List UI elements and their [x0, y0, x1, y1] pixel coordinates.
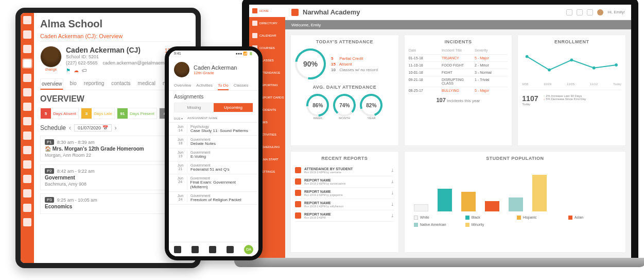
- enrollment-count: 1107: [522, 94, 538, 103]
- incident-row[interactable]: 09-21-18DISRUPTING CLASS1 - Trivial: [409, 76, 508, 87]
- stat-row: 15 Absent: [331, 62, 378, 67]
- report-row[interactable]: ATTENDANCE BY STUDENTRun 10/19 2:42PM by…: [295, 165, 394, 176]
- svg-point-3: [593, 67, 596, 70]
- nav-icon[interactable]: [23, 74, 31, 82]
- phone-device: 9:41●●● 📶 🔋 Caden Ackerman 12th Grade Ov…: [165, 46, 263, 260]
- report-icon: [295, 190, 301, 196]
- badge-late: 3Days Late: [81, 108, 115, 119]
- table-header: DUE ▾ ASSIGNMENT NAME: [169, 114, 258, 123]
- student-avatar[interactable]: [174, 62, 189, 77]
- assignment-row[interactable]: Jun14 PsychologyCase Study 11: Sound Pat…: [169, 123, 258, 136]
- assignment-row[interactable]: Jun21 GovernmentFederalist 51 and Q's: [169, 161, 258, 174]
- incidents-total: 107 Incidents this year: [409, 97, 508, 103]
- card-population: STUDENT POPULATION WhiteBlackHispanicAsi…: [404, 151, 626, 253]
- pop-bar: [485, 201, 499, 211]
- nav-icon[interactable]: [23, 204, 31, 212]
- student-avatar[interactable]: [40, 46, 62, 68]
- nav-icon[interactable]: [23, 189, 31, 197]
- tab-reporting[interactable]: reporting: [83, 78, 105, 90]
- pop-bar: [532, 175, 547, 211]
- incident-row[interactable]: 08-25-17BULLYING5 - Major: [409, 87, 508, 94]
- seg-upcoming[interactable]: Upcoming: [214, 103, 253, 112]
- tab-contacts[interactable]: contacts: [110, 78, 131, 90]
- avg-ring: 74%MONTH: [333, 94, 356, 120]
- avg-ring: 82%YEAR: [360, 94, 382, 120]
- nav-calendar[interactable]: CALENDAR: [249, 29, 285, 42]
- report-icon: [295, 167, 301, 173]
- mail-icon[interactable]: [566, 9, 572, 15]
- nav-icon[interactable]: [23, 88, 31, 96]
- cloud-icon[interactable]: ☁: [74, 68, 79, 73]
- nav-icon[interactable]: [23, 175, 31, 183]
- nav-directory[interactable]: DIRECTORY: [249, 17, 285, 29]
- card-title: RECENT REPORTS: [295, 156, 394, 161]
- report-row[interactable]: REPORT NAMERun 10/19 2:42PM by dominicad…: [295, 176, 394, 188]
- logo-icon[interactable]: [291, 9, 299, 16]
- tab-classes[interactable]: Classes: [234, 81, 248, 90]
- report-row[interactable]: REPORT NAMERun 10/19 2:42PM by sallyhans…: [295, 199, 394, 210]
- download-icon[interactable]: ⤓: [391, 213, 394, 218]
- user-avatar[interactable]: [597, 9, 603, 15]
- assignment-row[interactable]: Jun24 GovernmentFreedom of Religion Pack…: [169, 192, 258, 205]
- legend-item: Asian: [568, 216, 610, 220]
- svg-point-1: [548, 69, 551, 72]
- assignment-row[interactable]: Jun19 GovernmentE-Voting: [169, 149, 258, 161]
- schedule-date-picker[interactable]: 01/07/2020 📅: [74, 124, 112, 131]
- nav-icon[interactable]: [23, 131, 31, 140]
- contacts-icon[interactable]: [192, 246, 199, 253]
- welcome-bar: Welcome, Emily: [285, 20, 631, 29]
- svg-point-4: [615, 63, 618, 67]
- report-row[interactable]: REPORT NAMERun 10/19 2:42PM by jorgegarc…: [295, 188, 394, 199]
- nav-icon[interactable]: [23, 117, 31, 125]
- pop-bar: [461, 192, 476, 211]
- download-icon[interactable]: ⤓: [391, 191, 394, 195]
- report-row[interactable]: REPORT NAMERun 10/19 2:42PM ⤓: [295, 210, 394, 222]
- nav-icon[interactable]: [23, 45, 31, 53]
- tab-overview[interactable]: overview: [40, 78, 63, 90]
- card-title: ENROLLMENT: [522, 39, 621, 44]
- incident-row[interactable]: 01-15-18TRUANCY5 - Major: [409, 54, 508, 61]
- stat-row: 5 Partial Credit: [331, 56, 378, 61]
- nav-icon[interactable]: [23, 103, 31, 111]
- nav-icon[interactable]: [23, 146, 31, 154]
- incident-row[interactable]: 11-10-18FOOD FIGHT2 - Minor: [409, 61, 508, 69]
- nav-icon[interactable]: [23, 16, 31, 24]
- download-icon[interactable]: ⤓: [391, 168, 394, 173]
- download-icon[interactable]: ⤓: [391, 202, 394, 207]
- nav-icon[interactable]: [23, 59, 31, 68]
- assignment-row[interactable]: Jun24 GovernmentFinal Exam: Government (…: [169, 174, 258, 192]
- download-icon[interactable]: ⤓: [391, 179, 394, 184]
- table-header: Date Incident Title Severity: [409, 48, 508, 52]
- help-icon[interactable]: [587, 9, 593, 15]
- pop-bar: [414, 204, 428, 211]
- schedule-next-icon[interactable]: ›: [115, 124, 117, 131]
- legend-item: White: [414, 216, 455, 220]
- card-incidents: INCIDENTS Date Incident Title Severity 0…: [404, 35, 513, 146]
- flag-icon[interactable]: ⚑: [66, 68, 71, 73]
- stat-row: 10 Classes w/ no record: [331, 68, 378, 72]
- tab-overview[interactable]: Overview: [174, 81, 191, 90]
- calendar-icon[interactable]: [209, 246, 216, 253]
- phone-status-bar: 9:41●●● 📶 🔋: [169, 51, 258, 58]
- announce-icon[interactable]: [227, 246, 234, 253]
- nav-home[interactable]: HOME: [249, 5, 285, 17]
- profile-badge[interactable]: DA: [244, 245, 253, 254]
- nav-icon[interactable]: [23, 160, 31, 169]
- breadcrumb[interactable]: Caden Ackerman (CJ): Overview: [40, 33, 190, 42]
- home-icon[interactable]: [174, 246, 181, 253]
- tab-activities[interactable]: Activities: [196, 81, 213, 90]
- schedule-prev-icon[interactable]: ‹: [69, 124, 71, 131]
- incident-row[interactable]: 10-01-18FIGHT3 - Normal: [409, 69, 508, 76]
- change-photo-link[interactable]: change: [40, 68, 62, 71]
- tag-icon[interactable]: 🏷: [82, 68, 87, 73]
- nav-expand-icon[interactable]: [23, 218, 31, 226]
- assignment-row[interactable]: Jun18 GovernmentDebate Notes: [169, 136, 258, 149]
- chart-legend: WhiteBlackHispanicAsianNative AmericanMi…: [409, 216, 621, 227]
- announce-icon[interactable]: [577, 9, 583, 15]
- tab-medical[interactable]: medical: [137, 78, 156, 90]
- nav-icon[interactable]: [23, 30, 31, 39]
- seg-missing[interactable]: Missing: [175, 103, 214, 112]
- tab-todo[interactable]: To Do: [218, 81, 229, 90]
- tab-bio[interactable]: bio: [68, 78, 77, 90]
- legend-item: Hispanic: [517, 216, 558, 220]
